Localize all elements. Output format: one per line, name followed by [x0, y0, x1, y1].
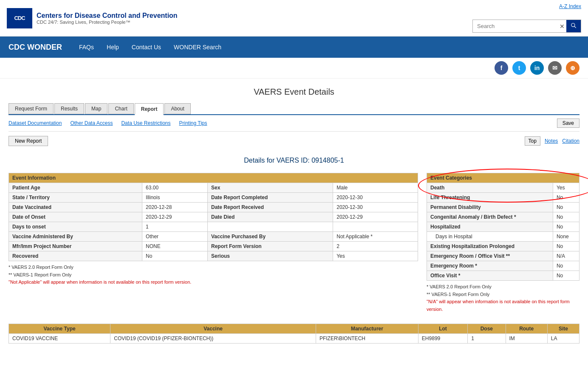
vaccine-col-header: Site: [547, 324, 579, 334]
org-tagline: CDC 24/7: Saving Lives, Protecting Peopl…: [37, 20, 178, 25]
cat-value: No: [553, 203, 579, 212]
cat-value: No: [553, 242, 579, 251]
social-bar: f t in ✉ ⊕: [0, 58, 588, 79]
nav-faqs[interactable]: FAQs: [79, 44, 94, 51]
event-categories-footnotes: * VAERS 2.0 Report Form Only ** VAERS-1 …: [427, 283, 580, 313]
save-button[interactable]: Save: [557, 118, 580, 128]
event-info-section: Event Information Patient Age 63.00 Sex …: [8, 173, 418, 286]
footnote-1: * VAERS 2.0 Report Form Only: [8, 264, 418, 271]
vaccine-cell: COVID19 VACCINE: [9, 334, 110, 344]
svg-line-1: [574, 26, 576, 28]
event-categories-header: Event Categories: [427, 173, 580, 183]
cdc-logo: CDC: [7, 8, 32, 28]
nav-help[interactable]: Help: [107, 44, 119, 51]
cat-value: None: [553, 232, 579, 242]
cat-label: Emergency Room *: [427, 261, 553, 271]
cat-label: Life Threatening: [427, 193, 553, 203]
az-index-link[interactable]: A-Z Index: [559, 3, 581, 9]
search-submit-button[interactable]: [566, 20, 581, 32]
other-data-access-link[interactable]: Other Data Access: [70, 120, 113, 126]
event-value: No: [142, 251, 208, 261]
top-button[interactable]: Top: [525, 136, 540, 146]
dataset-doc-link[interactable]: Dataset Documentation: [8, 120, 62, 126]
cat-value: No: [553, 261, 579, 271]
cat-footnote-2: ** VAERS-1 Report Form Only: [427, 291, 580, 299]
event-info-footnotes: * VAERS 2.0 Report Form Only ** VAERS-1 …: [8, 264, 418, 286]
event-value: 63.00: [142, 183, 208, 193]
footnote-3: "Not Applicable" will appear when inform…: [8, 279, 418, 286]
twitter-icon[interactable]: t: [512, 61, 526, 75]
page-title: VAERS Event Details: [8, 79, 580, 103]
tab-results[interactable]: Results: [54, 103, 84, 114]
vaccine-cell: COVID19 (COVID19 (PFIZER-BIONTECH)): [110, 334, 316, 344]
tab-about[interactable]: About: [164, 103, 190, 114]
cat-label: Emergency Room / Office Visit **: [427, 251, 553, 261]
event-info-table: Event Information Patient Age 63.00 Sex …: [8, 173, 418, 261]
event-value: 2020-12-28: [142, 203, 208, 212]
vaccine-section: Vaccine TypeVaccineManufacturerLotDoseRo…: [8, 324, 580, 344]
cat-value: No: [553, 271, 579, 281]
event-value2: 2020-12-29: [333, 212, 418, 222]
cat-value: No: [553, 222, 579, 232]
event-empty1: [207, 222, 333, 232]
vaccine-col-header: Vaccine: [110, 324, 316, 334]
printing-tips-link[interactable]: Printing Tips: [179, 120, 207, 126]
search-bar: ✕: [472, 20, 581, 33]
event-label: State / Territory: [9, 193, 142, 203]
citation-link[interactable]: Citation: [562, 138, 580, 144]
event-value: Other: [142, 232, 208, 242]
event-label2: Vaccine Purchased By: [207, 232, 333, 242]
report-action-bar: New Report Top Notes Citation: [8, 132, 580, 150]
cat-value: N/A: [553, 251, 579, 261]
event-label: Mfr/Imm Project Number: [9, 242, 142, 251]
data-use-restrictions-link[interactable]: Data Use Restrictions: [121, 120, 170, 126]
event-label: Date Vaccinated: [9, 203, 142, 212]
footnote-2: ** VAERS-1 Report Form Only: [8, 271, 418, 279]
nav-contact[interactable]: Contact Us: [132, 44, 161, 51]
event-empty2: [333, 222, 418, 232]
event-value: Illinois: [142, 193, 208, 203]
nav-bar: CDC WONDER FAQs Help Contact Us WONDER S…: [0, 37, 588, 58]
tab-report[interactable]: Report: [135, 103, 164, 115]
notes-link[interactable]: Notes: [545, 138, 558, 144]
feed-icon[interactable]: ⊕: [566, 61, 580, 75]
event-value2: Male: [333, 183, 418, 193]
detail-heading: Details for VAERS ID: 0914805-1: [8, 150, 580, 173]
cat-value: Yes: [553, 183, 579, 193]
facebook-icon[interactable]: f: [495, 61, 508, 75]
cat-footnote-3: "N/A" will appear when information is no…: [427, 298, 580, 313]
event-label: Patient Age: [9, 183, 142, 193]
event-value2: 2020-12-30: [333, 203, 418, 212]
tab-request-form[interactable]: Request Form: [8, 103, 54, 114]
logo-area: CDC Centers for Disease Control and Prev…: [7, 8, 178, 28]
svg-point-0: [571, 23, 575, 27]
event-value2: Yes: [333, 251, 418, 261]
linkedin-icon[interactable]: in: [530, 61, 544, 75]
tab-map[interactable]: Map: [85, 103, 107, 114]
event-value2: Not Applicable *: [333, 232, 418, 242]
event-value2: 2020-12-30: [333, 193, 418, 203]
vaccine-cell: IM: [506, 334, 547, 344]
event-categories-section: Event Categories Death YesLife Threateni…: [427, 173, 580, 313]
cat-label: Congenital Anomaly / Birth Defect *: [427, 212, 553, 222]
cat-label: Permanent Disability: [427, 203, 553, 212]
nav-wonder-search[interactable]: WONDER Search: [174, 44, 221, 51]
cat-label: Days in Hospital: [427, 232, 553, 242]
event-label2: Date Report Received: [207, 203, 333, 212]
cat-label: Existing Hospitalization Prolonged: [427, 242, 553, 251]
sub-links-bar: Dataset Documentation Other Data Access …: [8, 115, 580, 132]
event-label: Vaccine Administered By: [9, 232, 142, 242]
org-name: Centers for Disease Control and Preventi…: [37, 12, 178, 20]
search-input[interactable]: [473, 20, 558, 32]
event-categories-table: Event Categories Death YesLife Threateni…: [427, 173, 580, 281]
vaccine-col-header: Lot: [418, 324, 467, 334]
event-value: 1: [142, 222, 208, 232]
tab-chart[interactable]: Chart: [108, 103, 133, 114]
cat-label: Office Visit *: [427, 271, 553, 281]
event-label: Recovered: [9, 251, 142, 261]
email-icon[interactable]: ✉: [548, 61, 562, 75]
search-clear-button[interactable]: ✕: [558, 23, 566, 30]
cat-label: Hospitalized: [427, 222, 553, 232]
vaccine-table: Vaccine TypeVaccineManufacturerLotDoseRo…: [8, 324, 580, 344]
new-report-button[interactable]: New Report: [8, 136, 48, 146]
